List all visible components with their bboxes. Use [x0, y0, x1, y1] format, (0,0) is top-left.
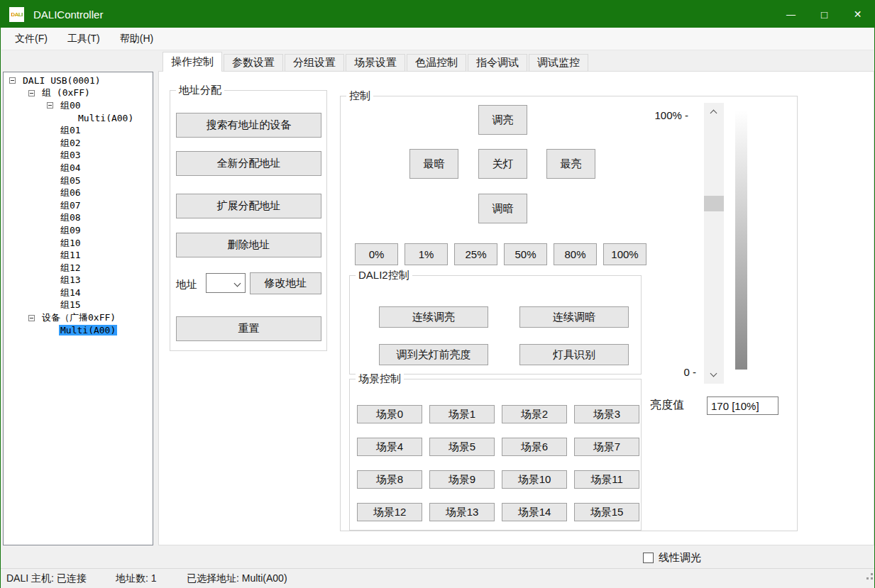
- brightness-scrollbar[interactable]: [704, 103, 724, 384]
- scene-button-10[interactable]: 场景10: [502, 470, 567, 489]
- tree-expander-icon[interactable]: [47, 102, 53, 109]
- tree-item[interactable]: 组04: [4, 162, 153, 174]
- tree-item[interactable]: 组08: [4, 212, 153, 225]
- scroll-up-icon[interactable]: [710, 110, 717, 117]
- dali2-button-3[interactable]: 灯具识别: [519, 344, 629, 365]
- scene-button-1[interactable]: 场景1: [429, 405, 495, 423]
- scene-button-11[interactable]: 场景11: [574, 470, 639, 489]
- percent-button-50%[interactable]: 50%: [504, 243, 547, 265]
- device-tree[interactable]: DALI USB(0001)组 (0xFF)组00Multi(A00)组01组0…: [3, 72, 153, 545]
- window-controls: — □ ✕: [774, 1, 874, 28]
- tree-item[interactable]: 组14: [4, 287, 153, 299]
- menu-item-0[interactable]: 文件(F): [5, 28, 57, 50]
- address-group-title: 地址分配: [176, 84, 224, 97]
- address-combobox[interactable]: [206, 273, 246, 293]
- menu-item-2[interactable]: 帮助(H): [110, 28, 163, 50]
- dim-up-button[interactable]: 调亮: [478, 105, 527, 135]
- scene-button-12[interactable]: 场景12: [357, 503, 422, 521]
- tab-6[interactable]: 调试监控: [529, 54, 588, 72]
- scene-button-15[interactable]: 场景15: [574, 503, 639, 521]
- tree-item[interactable]: 组01: [4, 124, 153, 137]
- tree-item[interactable]: 组07: [4, 199, 153, 212]
- tree-item-label: 组13: [59, 274, 82, 287]
- dali2-button-0[interactable]: 连续调亮: [379, 306, 488, 328]
- tree-item[interactable]: 组11: [4, 249, 153, 262]
- scene-button-grid: 场景0场景1场景2场景3场景4场景5场景6场景7场景8场景9场景10场景11场景…: [357, 405, 639, 521]
- search-addressed-devices-button[interactable]: 搜索有地址的设备: [176, 113, 321, 138]
- tree-item-label: Multi(A00): [77, 113, 135, 123]
- tab-2[interactable]: 分组设置: [285, 54, 344, 72]
- tree-item[interactable]: Multi(A00): [4, 112, 153, 125]
- tree-item[interactable]: Multi(A00): [4, 324, 153, 337]
- percent-button-1%[interactable]: 1%: [405, 243, 448, 265]
- tree-item[interactable]: 组05: [4, 174, 153, 187]
- status-address-count: 地址数: 1: [116, 569, 157, 587]
- delete-address-button[interactable]: 删除地址: [176, 233, 321, 257]
- scene-button-6[interactable]: 场景6: [502, 438, 567, 456]
- lamp-off-button[interactable]: 关灯: [478, 149, 527, 179]
- assign-new-address-button[interactable]: 全新分配地址: [176, 151, 321, 176]
- scene-button-5[interactable]: 场景5: [429, 438, 495, 456]
- scene-button-2[interactable]: 场景2: [502, 405, 567, 423]
- control-group-title: 控制: [346, 89, 373, 103]
- minimize-button[interactable]: —: [774, 1, 808, 28]
- tree-item[interactable]: 组13: [4, 274, 153, 287]
- tree-item-label: 组03: [59, 149, 82, 162]
- modify-address-button[interactable]: 修改地址: [250, 272, 321, 294]
- linear-dimming-checkbox[interactable]: [643, 553, 654, 563]
- scene-button-0[interactable]: 场景0: [357, 405, 422, 423]
- tree-item-label: 组02: [59, 137, 82, 150]
- tab-3[interactable]: 场景设置: [346, 54, 405, 72]
- percent-button-25%[interactable]: 25%: [454, 243, 497, 265]
- tree-expander-icon[interactable]: [9, 77, 16, 84]
- scene-button-4[interactable]: 场景4: [357, 438, 422, 456]
- scrollbar-thumb[interactable]: [704, 196, 724, 211]
- menu-item-1[interactable]: 工具(T): [57, 28, 110, 50]
- tree-item[interactable]: 组00: [4, 99, 153, 112]
- tree-item[interactable]: 组10: [4, 237, 153, 250]
- tree-item[interactable]: DALI USB(0001): [4, 74, 153, 87]
- tab-1[interactable]: 参数设置: [224, 54, 283, 72]
- tree-item[interactable]: 组03: [4, 150, 153, 162]
- scene-button-9[interactable]: 场景9: [429, 470, 495, 489]
- tree-item-label: 组06: [59, 187, 82, 199]
- percent-button-0%[interactable]: 0%: [355, 243, 398, 265]
- tab-5[interactable]: 指令调试: [468, 54, 527, 72]
- tree-item[interactable]: 组02: [4, 137, 153, 150]
- dali2-control-group: DALI2控制 连续调亮连续调暗调到关灯前亮度灯具识别: [349, 275, 642, 375]
- percent-button-80%[interactable]: 80%: [554, 243, 597, 265]
- tree-item-label: 组05: [59, 174, 82, 187]
- tree-expander-icon[interactable]: [28, 315, 35, 321]
- tree-item[interactable]: 组 (0xFF): [4, 87, 153, 100]
- scene-button-3[interactable]: 场景3: [574, 405, 639, 423]
- extend-assign-address-button[interactable]: 扩展分配地址: [176, 194, 321, 218]
- close-button[interactable]: ✕: [841, 1, 874, 28]
- tree-item[interactable]: 组06: [4, 187, 153, 199]
- tree-item[interactable]: 组15: [4, 299, 153, 312]
- scene-button-7[interactable]: 场景7: [574, 438, 639, 456]
- tab-page-operation-control: 地址分配 搜索有地址的设备 全新分配地址 扩展分配地址 删除地址 地址 修改地址…: [158, 71, 874, 545]
- dali2-button-1[interactable]: 连续调暗: [519, 306, 629, 328]
- control-group: 控制 调亮 最暗 关灯 最亮 调暗 0%1%25%50%80%100% DALI…: [340, 96, 798, 531]
- tab-4[interactable]: 色温控制: [407, 54, 466, 72]
- tree-item[interactable]: 组12: [4, 262, 153, 274]
- resize-grip[interactable]: [866, 569, 869, 571]
- tree-item[interactable]: 设备（广播0xFF): [4, 311, 153, 324]
- maximize-button[interactable]: □: [808, 1, 841, 28]
- tree-item[interactable]: 组09: [4, 224, 153, 237]
- brightness-value-field[interactable]: 170 [10%]: [707, 396, 778, 415]
- reset-button[interactable]: 重置: [176, 316, 321, 341]
- dali2-button-2[interactable]: 调到关灯前亮度: [379, 344, 488, 365]
- tab-0[interactable]: 操作控制: [163, 52, 222, 72]
- scene-button-13[interactable]: 场景13: [429, 503, 495, 521]
- scene-button-14[interactable]: 场景14: [502, 503, 567, 521]
- min-brightness-button[interactable]: 最暗: [409, 149, 458, 179]
- scroll-down-icon[interactable]: [710, 370, 717, 377]
- tree-expander-icon[interactable]: [28, 90, 35, 96]
- scene-button-8[interactable]: 场景8: [357, 470, 422, 489]
- dim-down-button[interactable]: 调暗: [478, 194, 527, 223]
- max-brightness-button[interactable]: 最亮: [546, 149, 595, 179]
- percent-button-100%[interactable]: 100%: [603, 243, 646, 265]
- address-label: 地址: [176, 278, 197, 292]
- dali2-group-title: DALI2控制: [356, 269, 412, 282]
